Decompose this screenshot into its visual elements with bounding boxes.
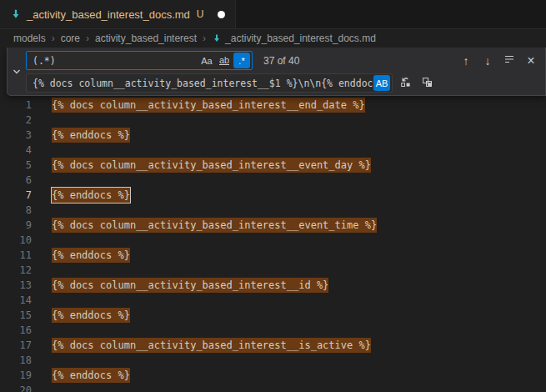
- code-line[interactable]: 11{% enddocs %}: [0, 248, 546, 263]
- replace-all-button[interactable]: [418, 74, 436, 93]
- breadcrumb-file-label: _activity_based_interest_docs.md: [225, 33, 376, 44]
- line-number: 17: [0, 338, 32, 353]
- code-line[interactable]: 12: [0, 263, 546, 278]
- arrow-down-icon: ↓: [485, 54, 491, 68]
- chevron-down-icon: [13, 64, 21, 79]
- line-text: {% enddocs %}: [52, 188, 130, 203]
- chevron-right-icon: ›: [52, 33, 55, 44]
- code-line[interactable]: 20: [0, 383, 546, 392]
- line-number: 20: [0, 383, 32, 392]
- line-number: 2: [0, 113, 32, 128]
- git-status-badge: U: [197, 8, 204, 20]
- code-line[interactable]: 18: [0, 353, 546, 368]
- line-text: {% enddocs %}: [52, 128, 130, 143]
- code-area[interactable]: 1{% docs column__activity_based_interest…: [0, 48, 546, 392]
- unsaved-changes-dot[interactable]: [218, 11, 225, 18]
- replace-button[interactable]: [396, 74, 414, 93]
- line-number: 1: [0, 98, 32, 113]
- code-line[interactable]: 7{% enddocs %}: [0, 188, 546, 203]
- line-text: {% docs column__activity_based_interest_…: [52, 278, 328, 293]
- code-line[interactable]: 3{% enddocs %}: [0, 128, 546, 143]
- line-text: {% enddocs %}: [52, 308, 130, 323]
- code-line[interactable]: 19{% enddocs %}: [0, 368, 546, 383]
- line-number: 13: [0, 278, 32, 293]
- preserve-case-button[interactable]: AB: [373, 75, 390, 91]
- code-line[interactable]: 4: [0, 143, 546, 158]
- line-text: {% enddocs %}: [52, 368, 130, 383]
- line-number: 4: [0, 143, 32, 158]
- code-line[interactable]: 8: [0, 203, 546, 218]
- previous-match-button[interactable]: ↑: [457, 52, 475, 70]
- chevron-right-icon: ›: [203, 33, 206, 44]
- editor-pane[interactable]: (.*) Aa ab .* 37 of 40 ↑ ↓ ×: [0, 48, 546, 392]
- code-line[interactable]: 10: [0, 233, 546, 248]
- code-line[interactable]: 9{% docs column__activity_based_interest…: [0, 218, 546, 233]
- line-number: 10: [0, 233, 32, 248]
- line-number: 5: [0, 158, 32, 173]
- regex-button[interactable]: .*: [233, 53, 250, 68]
- line-number: 15: [0, 308, 32, 323]
- next-match-button[interactable]: ↓: [478, 52, 497, 70]
- close-find-button[interactable]: ×: [522, 52, 540, 70]
- markdown-file-icon: [10, 8, 22, 20]
- whole-word-button[interactable]: ab: [216, 53, 233, 68]
- line-text: {% docs column__activity_based_interest_…: [52, 158, 371, 173]
- line-number: 6: [0, 173, 32, 188]
- code-line[interactable]: 16: [0, 323, 546, 338]
- find-replace-widget: (.*) Aa ab .* 37 of 40 ↑ ↓ ×: [7, 48, 546, 96]
- results-count: 37 of 40: [263, 55, 299, 67]
- find-in-selection-icon: [503, 53, 515, 68]
- code-line[interactable]: 14: [0, 293, 546, 308]
- line-number: 14: [0, 293, 32, 308]
- replace-input-value: {% docs column__activity_based_interest_…: [33, 78, 373, 89]
- line-text: {% docs column__activity_based_interest_…: [52, 98, 365, 113]
- code-line[interactable]: 6: [0, 173, 546, 188]
- code-line[interactable]: 17{% docs column__activity_based_interes…: [0, 338, 546, 353]
- line-number: 11: [0, 248, 32, 263]
- replace-all-icon: [421, 76, 433, 91]
- code-line[interactable]: 5{% docs column__activity_based_interest…: [0, 158, 546, 173]
- line-number: 16: [0, 323, 32, 338]
- tab-filename: _activity_based_interest_docs.md: [27, 8, 190, 21]
- line-text: {% docs column__activity_based_interest_…: [52, 218, 377, 233]
- replace-icon: [399, 76, 412, 91]
- line-number: 19: [0, 368, 32, 383]
- line-number: 3: [0, 128, 32, 143]
- close-icon: ×: [527, 54, 534, 68]
- breadcrumb-item-folder[interactable]: activity_based_interest: [95, 33, 197, 44]
- find-input-value: (.*): [33, 55, 198, 67]
- tab-bar: _activity_based_interest_docs.md U: [0, 0, 546, 29]
- line-text: {% docs column__activity_based_interest_…: [52, 338, 371, 353]
- breadcrumb-item-file[interactable]: _activity_based_interest_docs.md: [212, 33, 376, 44]
- line-number: 12: [0, 263, 32, 278]
- breadcrumb-item-core[interactable]: core: [61, 33, 80, 44]
- line-number: 7: [0, 188, 32, 203]
- arrow-up-icon: ↑: [463, 54, 469, 68]
- find-in-selection-button[interactable]: [500, 52, 518, 70]
- line-number: 9: [0, 218, 32, 233]
- match-case-button[interactable]: Aa: [198, 53, 215, 68]
- code-line[interactable]: 2: [0, 113, 546, 128]
- code-line[interactable]: 15{% enddocs %}: [0, 308, 546, 323]
- markdown-file-icon: [212, 33, 222, 43]
- line-number: 8: [0, 203, 32, 218]
- find-input[interactable]: (.*) Aa ab .*: [26, 51, 253, 70]
- replace-row: {% docs column__activity_based_interest_…: [26, 73, 540, 93]
- code-line[interactable]: 13{% docs column__activity_based_interes…: [0, 278, 546, 293]
- breadcrumb-item-models[interactable]: models: [13, 33, 46, 44]
- breadcrumb: models › core › activity_based_interest …: [0, 29, 546, 48]
- editor-tab[interactable]: _activity_based_interest_docs.md U: [0, 0, 236, 28]
- toggle-replace-button[interactable]: [8, 48, 26, 95]
- find-row: (.*) Aa ab .* 37 of 40 ↑ ↓ ×: [26, 51, 540, 70]
- line-number: 18: [0, 353, 32, 368]
- chevron-right-icon: ›: [86, 33, 89, 44]
- replace-input[interactable]: {% docs column__activity_based_interest_…: [26, 73, 393, 93]
- line-text: {% enddocs %}: [52, 248, 130, 263]
- code-line[interactable]: 1{% docs column__activity_based_interest…: [0, 98, 546, 113]
